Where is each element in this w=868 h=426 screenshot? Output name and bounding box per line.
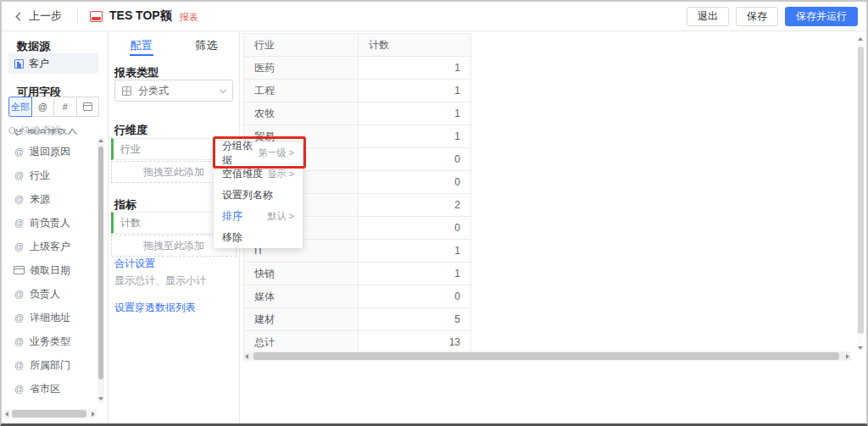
count-cell[interactable]: 0 [359,148,471,171]
scroll-up-icon[interactable] [858,37,863,41]
tab-filter[interactable]: 筛选 [174,31,239,55]
canvas-horizontal-scrollbar[interactable] [243,351,851,361]
context-menu-item[interactable]: 空值维度 显示 > [214,163,303,185]
field-type-icon [14,360,25,370]
column-header-industry[interactable]: 行业 [244,34,359,57]
count-cell[interactable]: 1 [359,102,471,125]
count-cell[interactable]: 2 [359,194,471,217]
drill-through-link[interactable]: 设置穿透数据列表 [114,301,196,315]
scroll-right-icon[interactable] [92,412,95,417]
total-settings-desc: 显示总计、显示小计 [114,274,206,288]
canvas-vertical-scrollbar[interactable] [857,35,865,352]
count-cell[interactable]: 0 [359,217,471,240]
table-row[interactable]: 农牧 1 [244,102,471,125]
scroll-left-icon[interactable] [5,412,8,417]
table-row[interactable]: 媒体 0 [244,285,471,308]
field-item[interactable]: 负责人 [2,282,97,306]
field-type-icon [14,241,25,252]
scroll-left-icon[interactable] [245,354,248,359]
scroll-down-icon[interactable] [858,346,863,350]
field-type-icon [14,194,25,204]
building-icon [14,59,24,69]
back-button[interactable]: 上一步 [17,8,62,24]
field-item[interactable]: 详细地址 [2,306,97,329]
row-dimension-label: 行维度 [114,123,147,138]
count-cell[interactable]: 0 [359,285,471,308]
datasource-sidebar: 数据源 客户 可用字段 全部 @ # [2,31,108,423]
report-type-label: 报表类型 [114,65,159,80]
context-menu-item[interactable]: 设置列名称 [214,185,303,206]
back-label: 上一步 [29,8,62,24]
report-type-select[interactable]: 分类式 [114,80,233,102]
field-type-icon [14,336,25,346]
industry-cell[interactable]: 农牧 [244,102,359,125]
menu-item-value: 第一级 > [259,147,294,159]
scrollbar-thumb[interactable] [98,147,103,379]
field-filter-tab-label: 全部 [11,101,30,113]
field-filter-tab[interactable]: # [54,97,77,117]
menu-item-label: 空值维度 [222,167,263,181]
field-item[interactable]: 退回原因 [2,140,97,163]
scroll-up-icon[interactable] [98,139,103,142]
scroll-right-icon[interactable] [846,354,849,359]
industry-cell[interactable]: 建材 [244,308,359,331]
industry-cell[interactable]: 总计 [244,331,359,354]
industry-cell[interactable]: 工程 [244,80,359,102]
field-item-label: 上级客户 [30,240,70,254]
datasource-title: 数据源 [17,39,50,54]
count-cell[interactable]: 1 [359,57,471,80]
field-filter-tab[interactable] [77,97,100,117]
count-cell[interactable]: 13 [359,331,471,354]
scrollbar-thumb[interactable] [12,410,86,418]
field-item[interactable]: 领取日期 [2,258,97,282]
industry-cell[interactable]: 医药 [244,57,359,80]
field-type-icon [14,384,25,394]
count-cell[interactable]: 0 [359,171,471,194]
field-item[interactable]: 来源 [2,187,97,211]
save-and-run-button[interactable]: 保存并运行 [785,7,858,26]
table-row[interactable]: 总计 13 [244,331,471,354]
table-row[interactable]: 快销 1 [244,263,471,285]
table-row[interactable]: 医药 1 [244,57,471,80]
field-item-clipped[interactable]: @ 最后修改人 [14,129,92,140]
count-cell[interactable]: 1 [359,80,471,102]
field-item[interactable]: 业务类型 [2,329,97,353]
field-item[interactable]: 上级客户 [2,235,97,258]
report-type-badge: 报表 [180,11,198,24]
field-filter-tabs: 全部 @ # [8,97,99,117]
context-menu-item[interactable]: 排序 默认 > [214,206,303,227]
column-header-count[interactable]: 计数 [359,34,471,57]
table-row[interactable]: 建材 5 [244,308,471,331]
field-item[interactable]: 前负责人 [2,211,97,235]
tab-config[interactable]: 配置 [108,31,174,55]
sidebar-horizontal-scrollbar[interactable] [3,409,97,418]
count-cell[interactable]: 1 [359,240,471,263]
industry-cell[interactable]: 快销 [244,263,359,285]
context-menu-item[interactable]: 分组依据 第一级 > [214,142,303,163]
count-cell[interactable]: 1 [359,125,471,148]
scrollbar-thumb[interactable] [253,352,839,360]
exit-button[interactable]: 退出 [687,7,729,26]
field-item[interactable]: 所属部门 [2,353,97,377]
field-filter-tab[interactable]: @ [32,97,55,117]
field-item-label: 所属部门 [30,358,70,373]
save-button[interactable]: 保存 [736,7,778,26]
field-item-label: 领取日期 [30,263,70,278]
total-settings-link[interactable]: 合计设置 [114,257,155,271]
industry-cell[interactable]: 媒体 [244,285,359,308]
context-menu-item[interactable]: 移除 [214,227,303,248]
field-item[interactable]: 行业 [2,163,97,187]
sidebar-vertical-scrollbar[interactable] [97,136,104,403]
grid-icon [122,86,131,96]
field-item[interactable]: 省市区 [2,377,97,401]
report-type-value: 分类式 [138,84,169,98]
field-filter-tab[interactable]: 全部 [8,97,32,117]
table-row[interactable]: 工程 1 [244,80,471,102]
count-cell[interactable]: 5 [359,308,471,331]
scroll-down-icon[interactable] [98,397,103,401]
report-title: TES TOP额 [109,8,172,24]
scrollbar-thumb[interactable] [858,47,864,334]
field-type-icon [14,218,25,228]
count-cell[interactable]: 1 [359,263,471,285]
datasource-item-customer[interactable]: 客户 [8,53,98,74]
